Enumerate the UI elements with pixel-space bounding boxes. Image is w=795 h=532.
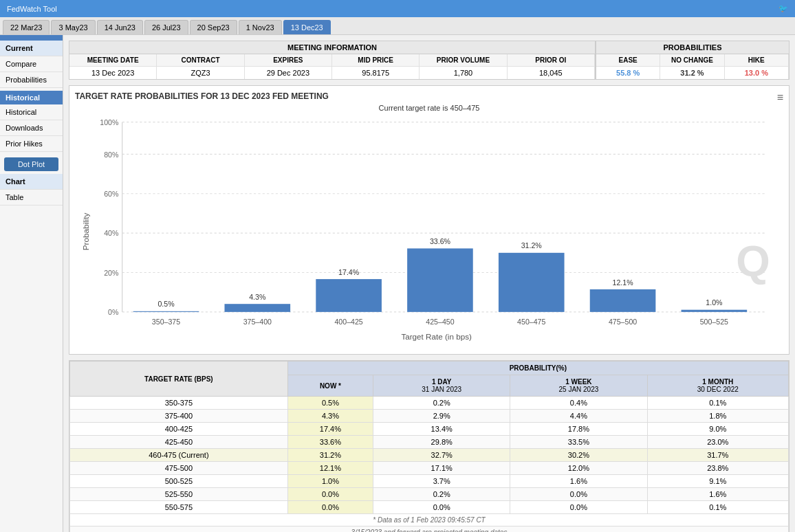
table-row: 425-45033.6%29.8%33.5%23.0% (70, 436, 789, 449)
svg-text:450–475: 450–475 (517, 318, 545, 326)
tab-3may23[interactable]: 3 May23 (51, 20, 95, 34)
table-row: 460-475 (Current)31.2%32.7%30.2%31.7% (70, 449, 789, 462)
meeting-col-header: MEETING DATE (69, 54, 157, 67)
prob-cell: 29.8% (373, 436, 510, 449)
chart-subtitle: Current target rate is 450–475 (75, 104, 783, 112)
sidebar: Current Compare Probabilities Historical… (0, 35, 63, 532)
prob-cell: 9.1% (647, 475, 789, 488)
svg-text:425–450: 425–450 (426, 318, 454, 326)
prob-headers: EASENO CHANGEHIKE (596, 54, 789, 67)
table-row: 375-4004.3%2.9%4.4%1.8% (70, 410, 789, 423)
dot-plot-button[interactable]: Dot Plot (4, 157, 58, 171)
col-1day: 1 DAY31 JAN 2023 (373, 375, 510, 397)
prob-cell: 33.6% (287, 436, 373, 449)
meeting-probabilities: PROBABILITIES EASENO CHANGEHIKE 55.8 %31… (596, 41, 789, 79)
bar-chart-svg: Probability 0% 20% 40% 60% 80 (75, 115, 783, 348)
prob-cell: 17.8% (510, 423, 647, 436)
tab-13dec23[interactable]: 13 Dec23 (283, 20, 331, 34)
prob-cell: 31.2% (287, 449, 373, 462)
sidebar-item-historical[interactable]: Historical (0, 104, 63, 120)
tab-20sep23[interactable]: 20 Sep23 (190, 20, 237, 34)
bar-425-450 (407, 248, 473, 311)
svg-text:100%: 100% (100, 118, 119, 126)
meeting-col-val: 18,045 (508, 67, 595, 79)
chart-menu-icon[interactable]: ≡ (777, 91, 783, 104)
app-title: FedWatch Tool (7, 5, 57, 13)
prob-cell: 17.1% (373, 462, 510, 475)
tab-14jun23[interactable]: 14 Jun23 (97, 20, 143, 34)
svg-text:0.5%: 0.5% (157, 300, 175, 308)
bar-500-525 (682, 310, 748, 312)
meeting-col-val: 13 Dec 2023 (69, 67, 157, 79)
meeting-col-val: 95.8175 (332, 67, 420, 79)
meeting-info-panel: MEETING INFORMATION MEETING DATECONTRACT… (69, 41, 789, 80)
rate-header: TARGET RATE (BPS) (70, 362, 288, 397)
svg-text:80%: 80% (104, 151, 119, 159)
prob-cell: 31.7% (647, 449, 789, 462)
sidebar-item-chart[interactable]: Chart (0, 174, 63, 190)
prob-cell: 0.0% (287, 488, 373, 501)
prob-cell: 33.5% (510, 436, 647, 449)
prob-cell: 0.0% (373, 501, 510, 514)
prob-col-val-1: 31.2 % (660, 67, 724, 79)
sidebar-item-probabilities[interactable]: Probabilities (0, 72, 63, 88)
watermark: Q (736, 236, 770, 285)
tab-bar: 22 Mar233 May2314 Jun2326 Jul2320 Sep231… (0, 17, 795, 35)
prob-cell: 0.4% (510, 397, 647, 410)
prob-cell: 1.8% (647, 410, 789, 423)
content-area: MEETING INFORMATION MEETING DATECONTRACT… (63, 35, 795, 532)
sidebar-section-historical: Historical (0, 91, 63, 104)
prob-cell: 0.2% (373, 488, 510, 501)
prob-cell: 0.0% (510, 488, 647, 501)
meeting-info-title: MEETING INFORMATION (69, 41, 595, 54)
prob-cell: 0.1% (647, 397, 789, 410)
svg-text:350–375: 350–375 (152, 318, 180, 326)
meeting-info-values: 13 Dec 2023ZQZ329 Dec 202395.81751,78018… (69, 67, 595, 79)
sidebar-item-current[interactable]: Current (0, 41, 63, 56)
table-row: 400-42517.4%13.4%17.8%9.0% (70, 423, 789, 436)
tab-1nov23[interactable]: 1 Nov23 (239, 20, 282, 34)
rate-cell: 400-425 (70, 423, 288, 436)
prob-col-header-ease: EASE (596, 54, 660, 67)
prob-values: 55.8 %31.2 %13.0 % (596, 67, 789, 79)
y-axis-label: Probability (81, 213, 90, 251)
svg-text:0%: 0% (108, 308, 119, 316)
prob-cell: 30.2% (510, 449, 647, 462)
col-now: NOW * (287, 375, 373, 397)
sidebar-item-table[interactable]: Table (0, 190, 63, 206)
table-footnote2: 3/15/2023 and forward are projected meet… (70, 527, 789, 533)
svg-text:500–525: 500–525 (700, 318, 728, 326)
table-footnote: * Data as of 1 Feb 2023 09:45:57 CT (70, 514, 789, 527)
prob-cell: 1.6% (647, 488, 789, 501)
table-row: 350-3750.5%0.2%0.4%0.1% (70, 397, 789, 410)
prob-cell: 3.7% (373, 475, 510, 488)
tab-22mar23[interactable]: 22 Mar23 (3, 20, 50, 34)
x-axis-label: Target Rate (in bps) (401, 332, 472, 341)
meeting-info-left: MEETING INFORMATION MEETING DATECONTRACT… (69, 41, 596, 79)
prob-section-title: PROBABILITIES (596, 41, 789, 54)
tab-26jul23[interactable]: 26 Jul23 (144, 20, 188, 34)
sidebar-item-compare[interactable]: Compare (0, 56, 63, 72)
rate-cell: 425-450 (70, 436, 288, 449)
prob-cell: 12.1% (287, 462, 373, 475)
svg-text:17.4%: 17.4% (338, 268, 360, 276)
main-layout: Current Compare Probabilities Historical… (0, 35, 795, 532)
prob-col-val-2: 13.0 % (725, 67, 789, 79)
table-panel: TARGET RATE (BPS) PROBABILITY(%) NOW * 1… (69, 360, 789, 532)
meeting-col-header: PRIOR VOLUME (420, 54, 507, 67)
chart-title: TARGET RATE PROBABILITIES FOR 13 DEC 202… (75, 91, 329, 101)
prob-cell: 13.4% (373, 423, 510, 436)
meeting-col-val: ZQZ3 (157, 67, 244, 79)
svg-text:400–425: 400–425 (334, 318, 362, 326)
prob-cell: 32.7% (373, 449, 510, 462)
col-1week: 1 WEEK25 JAN 2023 (510, 375, 647, 397)
sidebar-item-downloads[interactable]: Downloads (0, 120, 63, 136)
meeting-col-header: CONTRACT (157, 54, 244, 67)
sidebar-item-prior-hikes[interactable]: Prior Hikes (0, 136, 63, 152)
meeting-info-headers: MEETING DATECONTRACTEXPIRESMID PRICEPRIO… (69, 54, 595, 67)
bar-450-475 (499, 253, 565, 312)
app-header: FedWatch Tool 🐦 (0, 0, 795, 17)
rate-cell: 475-500 (70, 462, 288, 475)
bar-350-375 (133, 311, 199, 312)
bar-375-400 (225, 304, 291, 312)
